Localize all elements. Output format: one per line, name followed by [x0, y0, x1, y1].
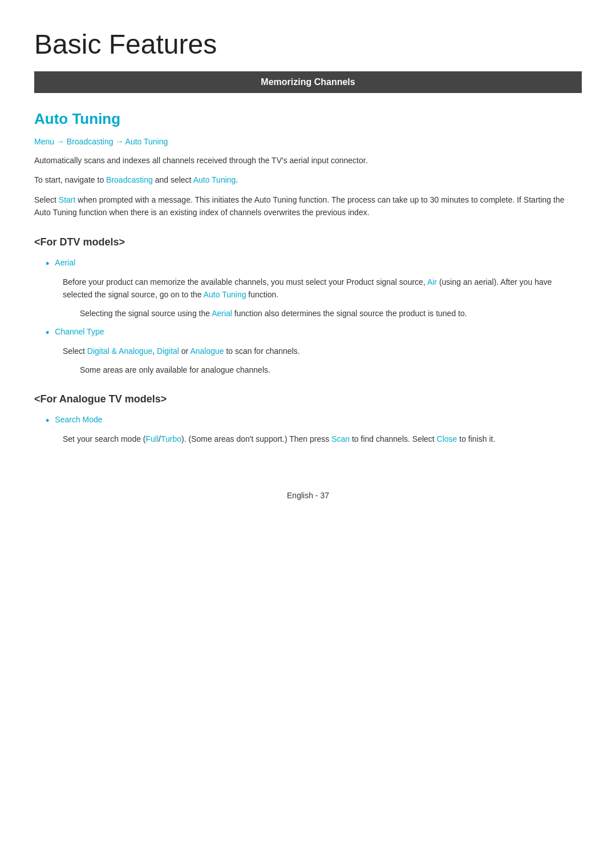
- ct-text1-sep2: or: [179, 346, 190, 356]
- search-mode-bullet-label: Search Mode: [55, 413, 102, 426]
- auto-tuning-para2: To start, navigate to Broadcasting and s…: [34, 174, 582, 186]
- para2-auto-tuning: Auto Tuning: [193, 175, 236, 184]
- aerial-text1-prefix: Before your product can memorize the ava…: [63, 277, 427, 287]
- auto-tuning-para3: Select Start when prompted with a messag…: [34, 193, 582, 219]
- aerial-text2-aerial: Aerial: [212, 309, 232, 318]
- breadcrumb-arrow2: →: [115, 137, 125, 146]
- sm-middle: ). (Some areas don't support.) Then pres…: [181, 434, 331, 443]
- breadcrumb-arrow1: →: [56, 137, 64, 146]
- aerial-text1-suffix: function.: [246, 290, 278, 299]
- section-header: Memorizing Channels: [34, 71, 582, 93]
- search-mode-bullet-dot: •: [46, 414, 49, 428]
- para3-start: Start: [59, 195, 76, 204]
- ct-text1-digital-analogue: Digital & Analogue: [87, 346, 152, 356]
- ct-text1-analogue: Analogue: [190, 346, 224, 356]
- channel-type-bullet-dot: •: [46, 326, 49, 340]
- aerial-bullet-label: Aerial: [55, 256, 75, 269]
- aerial-text1-auto-tuning: Auto Tuning: [204, 290, 246, 299]
- channel-type-text1: Select Digital & Analogue, Digital or An…: [63, 345, 582, 357]
- ct-text1-suffix: to scan for channels.: [224, 346, 300, 356]
- breadcrumb-broadcasting: Broadcasting: [67, 137, 114, 146]
- breadcrumb: Menu → Broadcasting → Auto Tuning: [34, 137, 582, 146]
- dtv-models-heading: <For DTV models>: [34, 236, 582, 248]
- sm-suffix: to finish it.: [457, 434, 495, 443]
- sm-full: Full: [146, 434, 159, 443]
- page-footer: English - 37: [34, 479, 582, 500]
- aerial-text2: Selecting the signal source using the Ae…: [80, 307, 582, 320]
- ct-text1-prefix: Select: [63, 346, 87, 356]
- aerial-text1: Before your product can memorize the ava…: [63, 276, 582, 301]
- breadcrumb-auto-tuning: Auto Tuning: [125, 137, 168, 146]
- para2-suffix: .: [236, 175, 238, 184]
- page-title: Basic Features: [34, 23, 582, 60]
- sm-scan: Scan: [331, 434, 350, 443]
- auto-tuning-title: Auto Tuning: [34, 110, 582, 128]
- sm-close: Close: [437, 434, 457, 443]
- analogue-tv-heading: <For Analogue TV models>: [34, 393, 582, 405]
- sm-end: to find channels. Select: [350, 434, 437, 443]
- search-mode-bullet-item: • Search Mode: [46, 413, 582, 428]
- sm-prefix: Set your search mode (: [63, 434, 146, 443]
- para3-body: when prompted with a message. This initi…: [34, 195, 564, 217]
- aerial-bullet-dot: •: [46, 257, 49, 271]
- aerial-text2-suffix: function also determines the signal sour…: [232, 309, 467, 318]
- ct-text1-digital: Digital: [157, 346, 179, 356]
- auto-tuning-section: Auto Tuning Menu → Broadcasting → Auto T…: [34, 110, 582, 219]
- breadcrumb-menu: Menu: [34, 137, 54, 146]
- dtv-models-section: <For DTV models> • Aerial Before your pr…: [34, 236, 582, 376]
- ct-text1-sep1: ,: [152, 346, 157, 356]
- analogue-tv-section: <For Analogue TV models> • Search Mode S…: [34, 393, 582, 446]
- search-mode-text1: Set your search mode (Full/Turbo). (Some…: [63, 433, 582, 445]
- sm-turbo: Turbo: [161, 434, 181, 443]
- aerial-text2-prefix: Selecting the signal source using the: [80, 309, 212, 318]
- para2-middle: and select: [153, 175, 193, 184]
- channel-type-bullet-item: • Channel Type: [46, 325, 582, 340]
- para2-prefix: To start, navigate to: [34, 175, 106, 184]
- auto-tuning-para1: Automatically scans and indexes all chan…: [34, 154, 582, 167]
- aerial-text1-air: Air: [427, 277, 437, 287]
- aerial-bullet-item: • Aerial: [46, 256, 582, 271]
- channel-type-bullet-label: Channel Type: [55, 325, 104, 338]
- para3-prefix: Select: [34, 195, 59, 204]
- para2-broadcasting: Broadcasting: [106, 175, 153, 184]
- channel-type-text2: Some areas are only available for analog…: [80, 364, 582, 376]
